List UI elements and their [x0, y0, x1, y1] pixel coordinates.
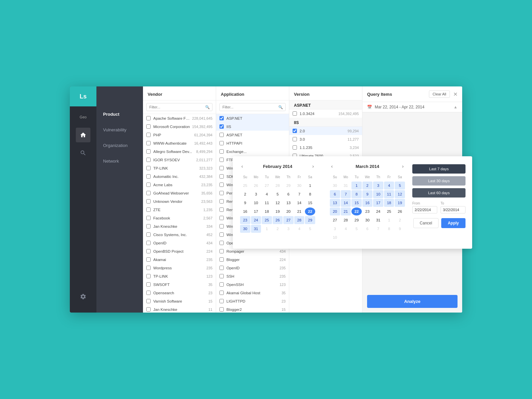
vendor-list-item[interactable]: TP-LINK 123 — [143, 272, 216, 280]
vendor-checkbox[interactable] — [146, 241, 151, 245]
calendar-day[interactable]: 10 — [251, 199, 261, 207]
calendar-day[interactable]: 28 — [341, 216, 351, 224]
calendar-day[interactable]: 24 — [373, 207, 383, 215]
calendar-day[interactable]: 25 — [262, 216, 272, 224]
calendar-day[interactable]: 14 — [294, 199, 305, 207]
vendor-list-item[interactable]: Akamai 235 — [143, 255, 216, 264]
calendar-day[interactable]: 1 — [262, 225, 272, 233]
last-30-days-btn[interactable]: Last 30 days — [412, 176, 466, 186]
calendar-day[interactable]: 29 — [283, 182, 294, 190]
application-list-item[interactable]: Exchange... — [216, 147, 289, 156]
calendar-day[interactable]: 18 — [384, 199, 394, 207]
calendar-day[interactable]: 6 — [283, 190, 294, 198]
vendor-checkbox[interactable] — [146, 124, 151, 129]
vendor-list-item[interactable]: GoAhead Webserver 35,656 — [143, 189, 216, 197]
application-list-item[interactable]: Blogger2 15 — [216, 305, 289, 313]
vendor-checkbox[interactable] — [146, 299, 151, 303]
vendor-list-item[interactable]: Opensearch 23 — [143, 289, 216, 297]
application-checkbox[interactable] — [219, 158, 224, 162]
vendor-list-item[interactable]: Cisco Systems, Inc. 452 — [143, 230, 216, 239]
calendar-day[interactable]: 8 — [384, 225, 394, 233]
version-list-item[interactable]: 1.0.3424 154,392,495 — [289, 109, 362, 118]
vendor-list-item[interactable]: Jan Kneschke 11 — [143, 305, 216, 313]
calendar-day[interactable]: 26 — [273, 216, 283, 224]
calendar-day[interactable]: 22 — [351, 207, 362, 215]
calendar-day[interactable]: 19 — [273, 207, 283, 215]
calendar-day[interactable]: 23 — [362, 207, 373, 215]
mar-prev-btn[interactable]: ‹ — [329, 163, 335, 170]
application-checkbox[interactable] — [219, 216, 224, 220]
calendar-day[interactable]: 24 — [251, 216, 261, 224]
calendar-day[interactable]: 8 — [351, 190, 362, 198]
vendor-list-item[interactable]: Wordpress 235 — [143, 264, 216, 272]
vendor-checkbox[interactable] — [146, 191, 151, 195]
application-checkbox[interactable] — [219, 257, 224, 262]
calendar-day[interactable]: 9 — [395, 225, 405, 233]
calendar-day[interactable]: 3 — [251, 190, 261, 198]
feb-next-btn[interactable]: › — [310, 163, 316, 170]
version-checkbox[interactable] — [293, 137, 297, 141]
calendar-day[interactable]: 27 — [262, 182, 272, 190]
version-checkbox[interactable] — [293, 145, 297, 150]
calendar-day[interactable]: 5 — [395, 182, 405, 190]
application-list-item[interactable]: Blogger 224 — [216, 255, 289, 264]
sidebar-icon-settings[interactable] — [76, 289, 90, 304]
calendar-day[interactable]: 30 — [330, 182, 340, 190]
vendor-checkbox[interactable] — [146, 141, 151, 145]
application-checkbox[interactable] — [219, 241, 224, 245]
calendar-day[interactable]: 21 — [341, 207, 351, 215]
calendar-day[interactable]: 29 — [305, 216, 315, 224]
calendar-day[interactable]: 6 — [362, 225, 373, 233]
application-list-item[interactable]: IIS — [216, 122, 289, 131]
application-checkbox[interactable] — [219, 124, 224, 129]
calendar-day[interactable]: 29 — [351, 216, 362, 224]
calendar-day[interactable]: 17 — [373, 199, 383, 207]
version-checkbox[interactable] — [293, 111, 297, 116]
application-list-item[interactable]: SSH 235 — [216, 272, 289, 280]
vendor-list-item[interactable]: Jan Kneschke 334 — [143, 222, 216, 230]
nav-item-product[interactable]: Product — [96, 106, 143, 122]
application-list-item[interactable]: HTTPAPI — [216, 139, 289, 147]
last-60-days-btn[interactable]: Last 60 days — [412, 188, 466, 198]
vendor-list-item[interactable]: OpenID 434 — [143, 239, 216, 247]
calendar-day[interactable]: 18 — [262, 207, 272, 215]
sidebar-icon-search[interactable] — [76, 146, 90, 160]
calendar-day[interactable]: 4 — [384, 182, 394, 190]
vendor-checkbox[interactable] — [146, 183, 151, 187]
calendar-cancel-button[interactable]: Cancel — [413, 218, 438, 228]
analyze-button[interactable]: Analyze — [367, 295, 458, 308]
calendar-day[interactable]: 15 — [351, 199, 362, 207]
vendor-checkbox[interactable] — [146, 291, 151, 295]
vendor-list-item[interactable]: Apache Software Fou... 228,041,645 — [143, 114, 216, 122]
application-checkbox[interactable] — [219, 141, 224, 145]
calendar-day[interactable]: 10 — [330, 233, 340, 241]
date-range-bar[interactable]: 📅 Mar 22, 2014 - Apr 22, 2014 ▲ — [362, 102, 462, 112]
calendar-day[interactable]: 20 — [330, 207, 340, 215]
vendor-checkbox[interactable] — [146, 274, 151, 278]
vendor-checkbox[interactable] — [146, 266, 151, 270]
vendor-checkbox[interactable] — [146, 158, 151, 162]
calendar-day[interactable]: 13 — [283, 199, 294, 207]
application-checkbox[interactable] — [219, 133, 224, 137]
vendor-checkbox[interactable] — [146, 199, 151, 203]
application-checkbox[interactable] — [219, 249, 224, 253]
clear-all-button[interactable]: Clear All — [429, 90, 450, 98]
vendor-checkbox[interactable] — [146, 216, 151, 220]
application-checkbox[interactable] — [219, 199, 224, 203]
calendar-day[interactable]: 7 — [373, 225, 383, 233]
calendar-day[interactable]: 4 — [262, 190, 272, 198]
vendor-list-item[interactable]: Acme Labs 23,235 — [143, 181, 216, 189]
application-checkbox[interactable] — [219, 299, 224, 303]
calendar-day[interactable]: 4 — [341, 225, 351, 233]
calendar-day[interactable]: 3 — [330, 225, 340, 233]
calendar-day[interactable]: 10 — [373, 190, 383, 198]
nav-item-vulnerability[interactable]: Vulnerability — [96, 122, 143, 138]
application-list-item[interactable]: OpenID 235 — [216, 264, 289, 272]
version-checkbox[interactable] — [293, 129, 297, 133]
version-list-item[interactable]: 1.1.235 3,234 — [289, 143, 362, 152]
application-filter-input[interactable] — [219, 103, 286, 111]
vendor-list-item[interactable]: SWSOFT 35 — [143, 280, 216, 289]
from-input[interactable] — [412, 206, 437, 213]
application-checkbox[interactable] — [219, 266, 224, 270]
application-checkbox[interactable] — [219, 116, 224, 120]
